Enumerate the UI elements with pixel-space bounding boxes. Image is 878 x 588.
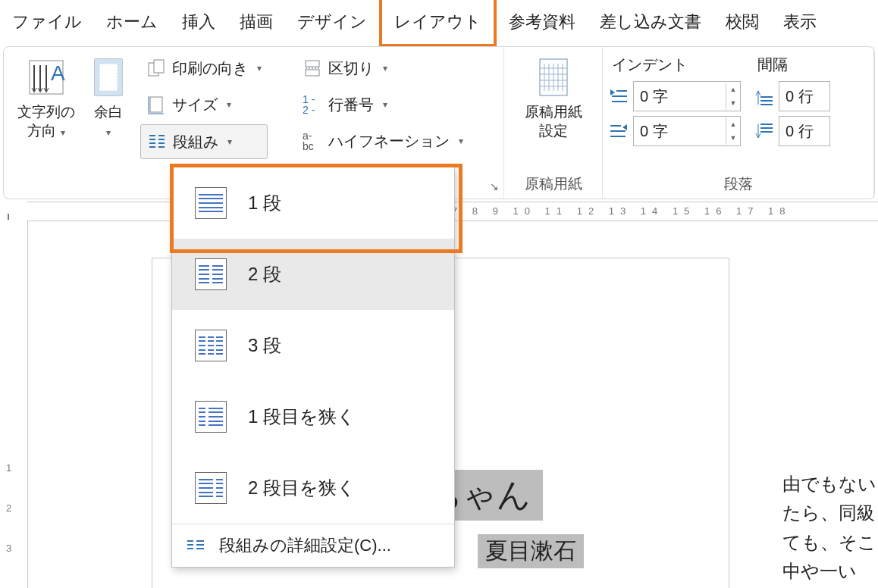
chevron-down-icon: ▾	[106, 127, 111, 138]
space-after-input[interactable]: 0 行	[779, 116, 830, 146]
columns-button[interactable]: 段組み▾	[140, 124, 268, 159]
tab-home[interactable]: ホーム	[94, 0, 170, 44]
spin-up-icon[interactable]: ▲	[726, 83, 740, 96]
chevron-down-icon: ▾	[61, 127, 65, 138]
columns-more-icon	[186, 538, 205, 553]
orientation-label: 印刷の向き	[172, 58, 248, 79]
svg-rect-7	[95, 59, 99, 95]
breaks-button[interactable]: 区切り▾	[296, 52, 469, 85]
svg-rect-24	[306, 61, 319, 67]
group-manuscript: 原稿用紙 設定 原稿用紙	[504, 47, 603, 199]
manuscript-icon	[535, 56, 572, 99]
text-direction-button[interactable]: A 文字列の 方向 ▾	[10, 52, 83, 199]
svg-rect-13	[150, 97, 162, 112]
columns-more-options[interactable]: 段組みの詳細設定(C)...	[172, 524, 454, 567]
tab-file[interactable]: ファイル	[0, 0, 94, 44]
tab-design[interactable]: デザイン	[285, 0, 379, 44]
columns-option-three[interactable]: 3 段	[172, 310, 454, 381]
orientation-icon	[146, 58, 166, 78]
indent-right-value: 0 字	[634, 121, 726, 142]
chevron-down-icon: ▾	[227, 99, 231, 110]
tab-mailings[interactable]: 差し込み文書	[588, 0, 713, 44]
line-numbers-icon: 1 -2 -	[303, 94, 322, 115]
svg-text:A: A	[51, 61, 65, 85]
spin-up-icon[interactable]: ▲	[726, 117, 740, 131]
tab-layout[interactable]: レイアウト	[379, 0, 497, 47]
columns-one-icon	[195, 187, 227, 219]
manuscript-label: 原稿用紙 設定	[525, 103, 582, 140]
line-numbers-label: 行番号	[328, 95, 374, 115]
space-before-icon	[754, 86, 774, 106]
columns-left-narrow-icon	[195, 401, 227, 433]
columns-icon	[147, 132, 167, 152]
space-after-icon	[754, 121, 774, 141]
text-direction-icon: A	[25, 56, 67, 99]
tab-review[interactable]: 校閲	[713, 0, 771, 44]
page-setup-launcher[interactable]: ↘	[490, 180, 499, 192]
menu-tabbar: ファイル ホーム 挿入 描画 デザイン レイアウト 参考資料 差し込み文書 校閲…	[0, 0, 878, 45]
line-numbers-button[interactable]: 1 -2 - 行番号▾	[296, 88, 469, 121]
document-author[interactable]: 夏目漱石	[478, 534, 584, 568]
indent-right-input[interactable]: 0 字▲▼	[633, 116, 741, 146]
margins-button[interactable]: 余白▾	[83, 52, 134, 199]
columns-right-narrow-icon	[195, 472, 227, 504]
hyphenation-label: ハイフネーション	[328, 131, 450, 152]
tab-view[interactable]: 表示	[771, 0, 829, 44]
vertical-ruler[interactable]: 123	[0, 220, 28, 588]
group-paragraph: インデント 0 字▲▼ 0 字▲▼ 間隔 0 行 0 行	[603, 47, 874, 199]
chevron-down-icon: ▾	[459, 136, 463, 146]
svg-rect-10	[95, 91, 122, 95]
svg-rect-25	[306, 70, 319, 76]
indent-right-icon	[609, 121, 629, 141]
text-direction-label: 文字列の 方向	[17, 104, 75, 139]
chevron-down-icon: ▾	[227, 136, 232, 147]
columns-right-label: 2 段目を狭く	[248, 476, 356, 500]
columns-option-two[interactable]: 2 段	[172, 239, 454, 310]
size-button[interactable]: サイズ▾	[140, 88, 268, 121]
indent-left-value: 0 字	[634, 86, 726, 107]
hyphenation-icon: a-bc	[303, 130, 322, 152]
svg-rect-12	[154, 60, 164, 73]
indent-heading: インデント	[609, 52, 741, 81]
margins-label: 余白	[94, 104, 123, 120]
columns-three-label: 3 段	[248, 333, 281, 358]
columns-option-one[interactable]: 1 段	[172, 167, 454, 239]
breaks-icon	[303, 58, 322, 78]
tab-draw[interactable]: 描画	[227, 0, 285, 44]
tab-insert[interactable]: 挿入	[170, 0, 227, 44]
tab-references[interactable]: 参考資料	[497, 0, 588, 44]
space-before-value: 0 行	[779, 86, 829, 107]
size-label: サイズ	[172, 95, 218, 115]
columns-two-label: 2 段	[248, 262, 281, 286]
columns-option-left-narrow[interactable]: 1 段目を狭く	[172, 381, 454, 452]
hyphenation-button[interactable]: a-bc ハイフネーション▾	[296, 124, 469, 158]
columns-label: 段組み	[173, 132, 218, 152]
chevron-down-icon: ▾	[383, 63, 387, 74]
ruler-h-numbers: 7 8 9 10 11 12 13 14 15 16 17 18	[452, 205, 792, 217]
columns-more-label: 段組みの詳細設定(C)...	[219, 534, 391, 557]
columns-two-icon	[195, 258, 227, 290]
chevron-down-icon: ▾	[257, 63, 262, 74]
document-body-text[interactable]: 由でもない たら、同級 ても、そこ 中や一い	[782, 470, 876, 586]
space-after-value: 0 行	[779, 121, 829, 142]
spin-down-icon[interactable]: ▼	[726, 96, 740, 110]
columns-option-right-narrow[interactable]: 2 段目を狭く	[172, 452, 454, 524]
margins-icon	[90, 56, 127, 99]
indent-left-input[interactable]: 0 字▲▼	[633, 81, 741, 111]
space-before-input[interactable]: 0 行	[779, 81, 830, 111]
svg-rect-8	[118, 59, 122, 95]
columns-three-icon	[195, 330, 227, 361]
manuscript-group-label: 原稿用紙	[504, 174, 602, 194]
orientation-button[interactable]: 印刷の向き▾	[140, 52, 268, 85]
size-icon	[146, 95, 166, 114]
chevron-down-icon: ▾	[383, 99, 387, 110]
columns-dropdown: 1 段 2 段 3 段 1 段目を狭く 2 段目を狭く 段組みの詳細設定(C).…	[171, 167, 455, 568]
ruler-v-numbers: 123	[6, 462, 11, 554]
indent-left-icon	[609, 86, 629, 106]
columns-one-label: 1 段	[248, 191, 281, 215]
spin-down-icon[interactable]: ▼	[726, 131, 740, 145]
svg-rect-9	[95, 59, 122, 64]
breaks-label: 区切り	[328, 58, 374, 79]
columns-left-label: 1 段目を狭く	[248, 405, 356, 429]
spacing-heading: 間隔	[754, 52, 830, 81]
